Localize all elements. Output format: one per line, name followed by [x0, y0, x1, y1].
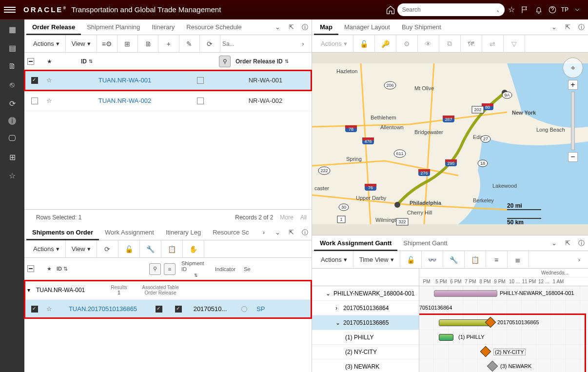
- hand-icon[interactable]: ✋: [183, 240, 204, 258]
- popout-icon[interactable]: ⇱: [563, 238, 572, 248]
- info-icon[interactable]: ⓘ: [576, 22, 586, 32]
- gantt-row[interactable]: ⌄PHILLY-NEWARK_168004-001: [312, 286, 419, 301]
- tab-resource-sc[interactable]: Resource Sc: [207, 225, 255, 240]
- actions-button[interactable]: Actions ▾: [315, 35, 353, 53]
- gear-icon[interactable]: ⚙: [396, 35, 418, 53]
- collapse-icon[interactable]: ⌄: [273, 22, 282, 32]
- list-icon[interactable]: ≡: [164, 263, 176, 275]
- row-checkbox[interactable]: [31, 98, 38, 104]
- star-icon[interactable]: ☆: [42, 97, 57, 104]
- row-checkbox[interactable]: [31, 77, 38, 84]
- search-input[interactable]: [402, 6, 493, 13]
- scroll-right-icon[interactable]: ›: [297, 40, 309, 47]
- pin-icon[interactable]: ⚲: [149, 263, 161, 275]
- filter-input[interactable]: [220, 39, 297, 49]
- tab-shipments-on-order[interactable]: Shipments on Order: [26, 225, 99, 240]
- sidebar-info-icon[interactable]: i: [8, 117, 16, 125]
- edit-icon[interactable]: ✎: [179, 35, 200, 53]
- refresh-icon[interactable]: ⟳: [200, 35, 220, 53]
- unlock-icon[interactable]: 🔓: [118, 240, 140, 258]
- export-icon[interactable]: 🗎: [138, 35, 158, 53]
- info-icon[interactable]: ⓘ: [300, 22, 310, 32]
- collapse-icon[interactable]: ⌄: [549, 238, 559, 248]
- tab-order-release[interactable]: Order Release: [26, 20, 81, 35]
- sidebar-layers-icon[interactable]: ▤: [7, 43, 17, 53]
- sidebar-doc-icon[interactable]: 🗎: [7, 61, 17, 71]
- sidebar-grid-icon[interactable]: ▦: [7, 24, 17, 34]
- gantt-icon[interactable]: ≣: [508, 251, 529, 269]
- order-id-link[interactable]: TUAN.NR-WA-002: [57, 97, 193, 104]
- gantt-row[interactable]: (3) NEWARK: [312, 359, 419, 372]
- eye-icon[interactable]: 👁: [418, 35, 439, 53]
- flag-icon[interactable]: [518, 3, 532, 17]
- view-button[interactable]: View ▾: [66, 240, 97, 258]
- actions-button[interactable]: Actions ▾: [27, 35, 66, 53]
- help-icon[interactable]: [546, 3, 559, 17]
- check2[interactable]: [175, 306, 182, 313]
- star-icon[interactable]: ☆: [42, 77, 57, 84]
- shipment-id-link[interactable]: TUAN.20170510136865: [57, 305, 149, 313]
- key-icon[interactable]: 🔑: [375, 35, 396, 53]
- gantt-timeline[interactable]: Wednesda... PM5 PM6 PM7 PM8 PM9 PM10 ...…: [419, 269, 588, 372]
- glasses-icon[interactable]: 👓: [422, 251, 443, 269]
- settings-icon[interactable]: ≡⚙: [97, 35, 118, 53]
- map-pan-control[interactable]: ✥: [563, 58, 583, 78]
- tab-buy-shipment[interactable]: Buy Shipment: [396, 20, 447, 35]
- shipment-row[interactable]: ☆ TUAN.20170510136865 20170510... SP: [24, 300, 312, 318]
- tab-work-assignment[interactable]: Work Assignment: [99, 225, 160, 240]
- tab-itinerary-leg[interactable]: Itinerary Leg: [160, 225, 207, 240]
- star-icon[interactable]: ☆: [42, 305, 57, 313]
- tab-manager-layout[interactable]: Manager Layout: [338, 20, 396, 35]
- pin-column-icon[interactable]: ⚲: [219, 56, 231, 67]
- tab-shipment-planning[interactable]: Shipment Planning: [81, 20, 146, 35]
- zoom-slider[interactable]: [571, 92, 575, 150]
- pin-checkbox[interactable]: [197, 77, 204, 84]
- filter-icon[interactable]: ▽: [504, 35, 525, 53]
- select-all-checkbox[interactable]: [27, 58, 34, 65]
- sidebar-refresh-icon[interactable]: ⟳: [7, 98, 17, 108]
- pin-checkbox[interactable]: [197, 98, 204, 104]
- sidebar-monitor-icon[interactable]: 🖵: [7, 134, 17, 143]
- group-row[interactable]: ▾ TUAN.NR-WA-001 Results1 Associated Tab…: [24, 280, 312, 300]
- sidebar-table-icon[interactable]: ⊞: [7, 152, 17, 162]
- info-icon[interactable]: ⓘ: [300, 228, 310, 237]
- star-icon[interactable]: ☆: [505, 3, 518, 17]
- collapse-icon[interactable]: ⌄: [273, 228, 282, 237]
- columns-icon[interactable]: ⊞: [118, 35, 138, 53]
- unlock-icon[interactable]: 🔓: [400, 251, 422, 269]
- chevron-down-icon[interactable]: [570, 3, 584, 17]
- map-canvas[interactable]: New York Philadelphia Bethlehem Allentow…: [312, 53, 588, 235]
- link-icon[interactable]: ⧉: [439, 35, 461, 53]
- menu-icon[interactable]: [4, 7, 16, 13]
- row-checkbox[interactable]: [31, 306, 38, 313]
- view-button[interactable]: View ▾: [66, 35, 97, 53]
- info-icon[interactable]: ⓘ: [576, 238, 586, 248]
- popout-icon[interactable]: ⇱: [286, 22, 296, 32]
- gantt-row[interactable]: (1) PHILLY: [312, 330, 419, 345]
- tab-map[interactable]: Map: [314, 20, 338, 35]
- tab-work-assignment-gantt[interactable]: Work Assignment Gantt: [314, 235, 397, 251]
- sync-icon[interactable]: ⇄: [482, 35, 504, 53]
- tab-itinerary[interactable]: Itinerary: [146, 20, 180, 35]
- bell-icon[interactable]: [532, 3, 546, 17]
- tab-shipment-gantt[interactable]: Shipment Gantt: [397, 235, 453, 251]
- sidebar-star-icon[interactable]: ☆: [7, 171, 17, 180]
- home-icon[interactable]: [384, 3, 397, 17]
- refresh-icon[interactable]: ⟳: [97, 240, 118, 258]
- gantt-row[interactable]: ⌄20170510136865: [312, 315, 419, 330]
- gantt-row[interactable]: ›20170510136864: [312, 301, 419, 315]
- zoom-in-button[interactable]: +: [568, 80, 578, 90]
- add-icon[interactable]: +: [158, 35, 179, 53]
- wrench-icon[interactable]: 🔧: [140, 240, 161, 258]
- global-search[interactable]: [397, 3, 505, 16]
- select-all-checkbox[interactable]: [27, 265, 34, 272]
- popout-icon[interactable]: ⇱: [563, 22, 572, 32]
- order-id-link[interactable]: TUAN.NR-WA-001: [57, 77, 193, 84]
- actions-button[interactable]: Actions ▾: [315, 251, 353, 269]
- zoom-out-button[interactable]: −: [568, 152, 578, 162]
- map-icon[interactable]: 🗺: [461, 35, 482, 53]
- scroll-right-icon[interactable]: ›: [573, 256, 585, 263]
- unlock-icon[interactable]: 🔓: [353, 35, 375, 53]
- clipboard-icon[interactable]: 📋: [161, 240, 183, 258]
- bars-icon[interactable]: ≡: [486, 251, 508, 269]
